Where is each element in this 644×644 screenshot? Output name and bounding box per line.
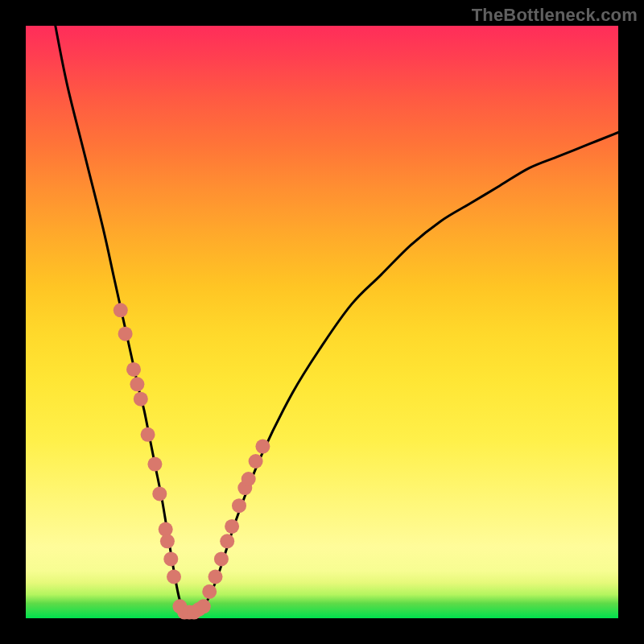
highlight-dot xyxy=(202,584,217,599)
highlight-dot xyxy=(167,570,181,584)
highlight-dot xyxy=(126,362,141,377)
highlight-dot xyxy=(130,377,144,391)
highlight-dot xyxy=(114,303,128,317)
watermark-text: TheBottleneck.com xyxy=(472,5,638,26)
chart-frame: TheBottleneck.com xyxy=(0,0,644,644)
highlight-dot xyxy=(141,427,155,442)
highlight-dot xyxy=(152,486,167,501)
highlight-dot xyxy=(225,519,239,534)
highlight-dot xyxy=(255,440,270,454)
highlight-dot xyxy=(208,570,223,584)
highlight-dot xyxy=(196,599,211,613)
chart-plot-area xyxy=(26,26,618,618)
highlight-dot xyxy=(147,457,162,472)
highlight-dot xyxy=(242,472,256,486)
highlight-dot xyxy=(160,534,175,548)
chart-curve xyxy=(56,26,618,613)
highlight-dot xyxy=(232,498,246,513)
highlight-dot xyxy=(220,534,234,548)
highlight-dot xyxy=(134,392,148,407)
highlight-dot xyxy=(163,551,178,566)
highlight-dot xyxy=(118,327,133,341)
highlight-dot xyxy=(214,551,229,566)
chart-svg xyxy=(26,26,618,618)
highlight-dot xyxy=(249,454,263,469)
chart-highlight-dots xyxy=(114,303,270,619)
